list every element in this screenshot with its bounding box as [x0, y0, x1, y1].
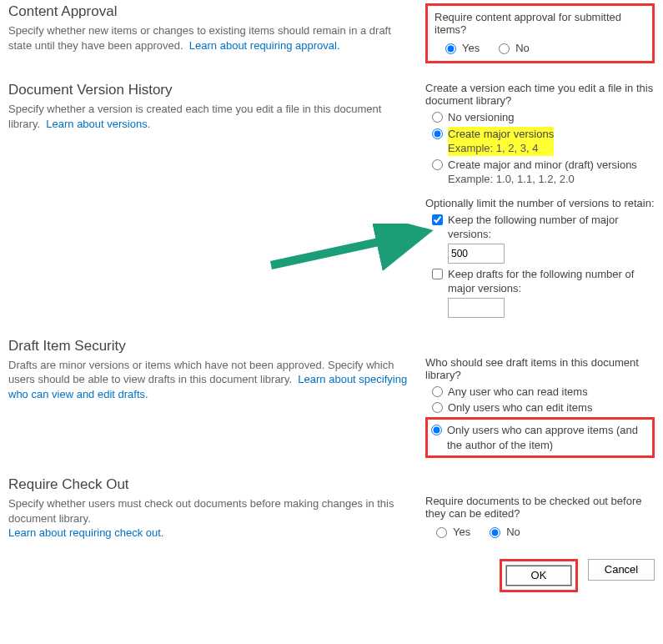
dialog-buttons: OK Cancel — [8, 559, 655, 592]
radio-edit-users[interactable]: Only users who can edit items — [432, 400, 655, 415]
link-check-out[interactable]: Learn about requiring check out. — [8, 526, 163, 539]
highlight-content-approval: Require content approval for submitted i… — [425, 3, 655, 63]
highlight-ok: OK — [500, 559, 578, 592]
section-draft-security: Draft Item Security Drafts are minor ver… — [8, 338, 655, 458]
link-learn-versions[interactable]: Learn about versions. — [46, 118, 150, 130]
desc-version-history: Specify whether a version is created eac… — [8, 102, 410, 131]
question-content-approval: Require content approval for submitted i… — [434, 11, 645, 36]
checkbox-keep-major[interactable]: Keep the following number of major versi… — [432, 213, 655, 264]
radio-approval-no[interactable]: No — [495, 41, 530, 54]
radio-minor-versions[interactable]: Create major and minor (draft) versionsE… — [432, 158, 655, 187]
title-version-history: Document Version History — [8, 82, 410, 98]
radio-approval-yes[interactable]: Yes — [441, 41, 480, 54]
radio-approve-users[interactable]: Only users who can approve items (and th… — [431, 423, 649, 452]
link-requiring-approval[interactable]: Learn about requiring approval. — [189, 39, 340, 52]
radio-any-user[interactable]: Any user who can read items — [432, 385, 655, 400]
question-draft-visibility: Who should see draft items in this docum… — [425, 356, 655, 381]
section-check-out: Require Check Out Specify whether users … — [8, 476, 655, 541]
desc-content-approval: Specify whether new items or changes to … — [8, 23, 410, 53]
section-version-history: Document Version History Specify whether… — [8, 82, 655, 319]
desc-check-out: Specify whether users must check out doc… — [8, 496, 410, 541]
checkbox-keep-drafts[interactable]: Keep drafts for the following number of … — [432, 267, 655, 318]
cancel-button[interactable]: Cancel — [588, 559, 655, 581]
question-limit-versions: Optionally limit the number of versions … — [425, 197, 655, 209]
title-check-out: Require Check Out — [8, 476, 410, 493]
radio-checkout-yes[interactable]: Yes — [432, 525, 470, 538]
desc-draft-security: Drafts are minor versions or items which… — [8, 358, 410, 402]
radio-checkout-no[interactable]: No — [485, 525, 520, 538]
radio-no-versioning[interactable]: No versioning — [432, 110, 655, 125]
input-draft-versions[interactable] — [448, 298, 505, 318]
radio-major-versions[interactable]: Create major versionsExample: 1, 2, 3, 4 — [432, 127, 655, 156]
section-content-approval: Content Approval Specify whether new ite… — [8, 3, 655, 63]
title-content-approval: Content Approval — [8, 3, 410, 20]
highlight-major-versions: Create major versionsExample: 1, 2, 3, 4 — [448, 127, 554, 156]
highlight-approve-users: Only users who can approve items (and th… — [425, 417, 655, 458]
question-check-out: Require documents to be checked out befo… — [425, 495, 655, 520]
title-draft-security: Draft Item Security — [8, 338, 410, 355]
question-versioning: Create a version each time you edit a fi… — [425, 82, 655, 107]
input-major-versions[interactable] — [448, 244, 505, 264]
ok-button[interactable]: OK — [505, 565, 572, 586]
